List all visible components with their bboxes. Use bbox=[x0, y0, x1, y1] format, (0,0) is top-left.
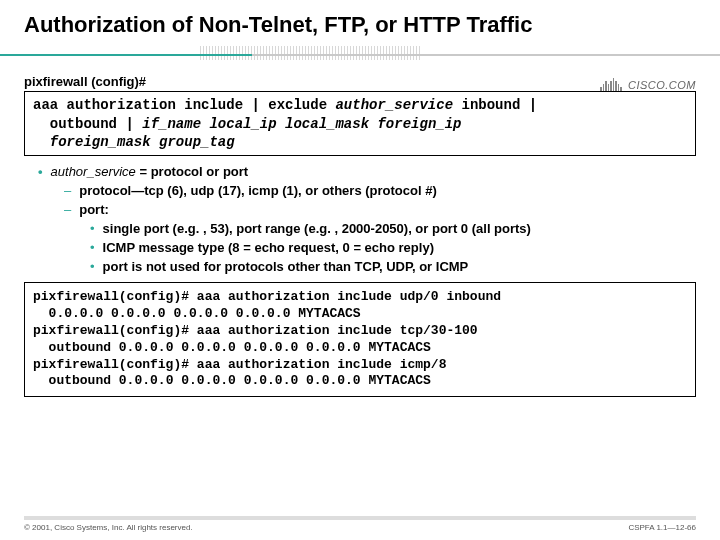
slide: Authorization of Non-Telnet, FTP, or HTT… bbox=[0, 0, 720, 540]
copyright: © 2001, Cisco Systems, Inc. All rights r… bbox=[24, 523, 193, 532]
logo-text: CISCO.COM bbox=[628, 79, 696, 91]
bullet-l1: author_service = protocol or port bbox=[38, 164, 696, 179]
bullet-l2: protocol—tcp (6), udp (17), icmp (1), or… bbox=[64, 183, 696, 198]
bullet-l3: ICMP message type (8 = echo request, 0 =… bbox=[90, 240, 696, 255]
bullet-l3: port is not used for protocols other tha… bbox=[90, 259, 696, 274]
slide-number: CSPFA 1.1—12-66 bbox=[628, 523, 696, 532]
cisco-bars-icon bbox=[600, 78, 623, 91]
bullet-l3: single port (e.g. , 53), port range (e.g… bbox=[90, 221, 696, 236]
cisco-logo: CISCO.COM bbox=[600, 78, 696, 91]
accent-bar bbox=[0, 46, 720, 64]
bullet-l2: port: bbox=[64, 202, 696, 217]
footer: © 2001, Cisco Systems, Inc. All rights r… bbox=[24, 516, 696, 532]
syntax-box: aaa authorization include | exclude auth… bbox=[24, 91, 696, 156]
prompt-label: pixfirewall (config)# bbox=[24, 74, 696, 89]
slide-title: Authorization of Non-Telnet, FTP, or HTT… bbox=[24, 12, 696, 38]
example-box: pixfirewall(config)# aaa authorization i… bbox=[24, 282, 696, 397]
bullet-list: author_service = protocol or port protoc… bbox=[34, 164, 696, 274]
